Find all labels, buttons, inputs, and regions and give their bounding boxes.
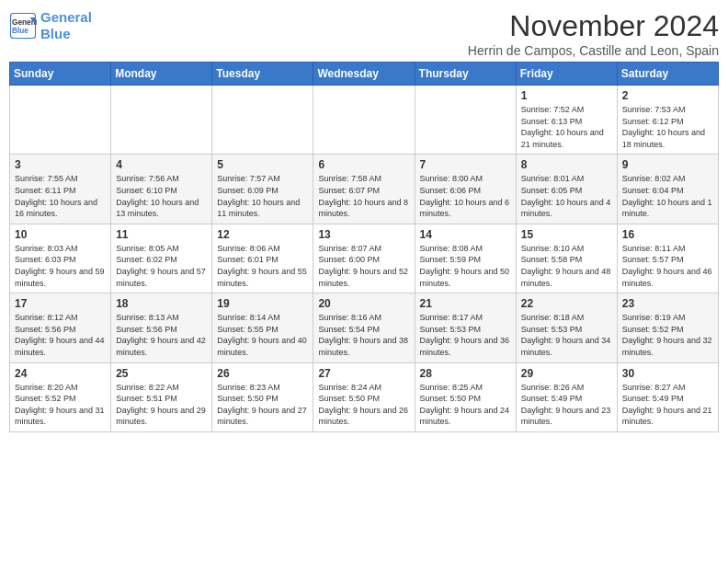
calendar-cell: 10Sunrise: 8:03 AM Sunset: 6:03 PM Dayli… xyxy=(10,224,111,293)
calendar-cell xyxy=(415,86,516,155)
day-info: Sunrise: 7:52 AM Sunset: 6:13 PM Dayligh… xyxy=(521,104,612,150)
day-number: 28 xyxy=(420,367,511,380)
calendar-cell: 1Sunrise: 7:52 AM Sunset: 6:13 PM Daylig… xyxy=(516,86,617,155)
calendar-cell: 29Sunrise: 8:26 AM Sunset: 5:49 PM Dayli… xyxy=(516,362,617,431)
svg-text:Blue: Blue xyxy=(12,27,28,35)
calendar-cell: 20Sunrise: 8:16 AM Sunset: 5:54 PM Dayli… xyxy=(313,293,415,362)
calendar-cell xyxy=(111,86,212,155)
day-number: 29 xyxy=(521,367,612,380)
day-header-monday: Monday xyxy=(111,63,212,86)
day-info: Sunrise: 8:01 AM Sunset: 6:05 PM Dayligh… xyxy=(521,173,612,219)
day-number: 5 xyxy=(217,158,308,171)
calendar-cell: 28Sunrise: 8:25 AM Sunset: 5:50 PM Dayli… xyxy=(415,362,516,431)
calendar-cell: 2Sunrise: 7:53 AM Sunset: 6:12 PM Daylig… xyxy=(617,86,718,155)
day-header-thursday: Thursday xyxy=(415,63,516,86)
day-number: 30 xyxy=(622,367,713,380)
day-info: Sunrise: 8:27 AM Sunset: 5:49 PM Dayligh… xyxy=(622,382,713,428)
day-number: 27 xyxy=(318,367,409,380)
calendar-cell xyxy=(10,86,111,155)
calendar-cell: 15Sunrise: 8:10 AM Sunset: 5:58 PM Dayli… xyxy=(516,224,617,293)
day-info: Sunrise: 8:26 AM Sunset: 5:49 PM Dayligh… xyxy=(521,382,612,428)
calendar-cell: 14Sunrise: 8:08 AM Sunset: 5:59 PM Dayli… xyxy=(415,224,516,293)
day-number: 10 xyxy=(15,228,106,241)
calendar-cell: 8Sunrise: 8:01 AM Sunset: 6:05 PM Daylig… xyxy=(516,155,617,224)
day-info: Sunrise: 8:06 AM Sunset: 6:01 PM Dayligh… xyxy=(217,243,308,289)
day-number: 11 xyxy=(116,228,207,241)
logo-icon: General Blue xyxy=(9,12,37,40)
day-info: Sunrise: 8:25 AM Sunset: 5:50 PM Dayligh… xyxy=(420,382,511,428)
calendar-cell: 4Sunrise: 7:56 AM Sunset: 6:10 PM Daylig… xyxy=(111,155,212,224)
calendar-cell: 11Sunrise: 8:05 AM Sunset: 6:02 PM Dayli… xyxy=(111,224,212,293)
calendar-cell: 9Sunrise: 8:02 AM Sunset: 6:04 PM Daylig… xyxy=(617,155,718,224)
calendar-cell: 27Sunrise: 8:24 AM Sunset: 5:50 PM Dayli… xyxy=(313,362,415,431)
day-info: Sunrise: 7:58 AM Sunset: 6:07 PM Dayligh… xyxy=(318,173,409,219)
day-number: 12 xyxy=(217,228,308,241)
day-number: 14 xyxy=(420,228,511,241)
calendar-cell xyxy=(212,86,313,155)
day-info: Sunrise: 8:22 AM Sunset: 5:51 PM Dayligh… xyxy=(116,382,207,428)
calendar-week-5: 24Sunrise: 8:20 AM Sunset: 5:52 PM Dayli… xyxy=(10,362,719,431)
day-number: 20 xyxy=(318,297,409,310)
day-number: 24 xyxy=(15,367,106,380)
day-number: 21 xyxy=(420,297,511,310)
calendar-table: SundayMondayTuesdayWednesdayThursdayFrid… xyxy=(9,62,719,432)
day-info: Sunrise: 7:55 AM Sunset: 6:11 PM Dayligh… xyxy=(15,173,106,219)
calendar-cell: 3Sunrise: 7:55 AM Sunset: 6:11 PM Daylig… xyxy=(10,155,111,224)
calendar-cell: 21Sunrise: 8:17 AM Sunset: 5:53 PM Dayli… xyxy=(415,293,516,362)
calendar-header-row: SundayMondayTuesdayWednesdayThursdayFrid… xyxy=(10,63,719,86)
calendar-cell: 17Sunrise: 8:12 AM Sunset: 5:56 PM Dayli… xyxy=(10,293,111,362)
day-info: Sunrise: 7:57 AM Sunset: 6:09 PM Dayligh… xyxy=(217,173,308,219)
day-number: 15 xyxy=(521,228,612,241)
day-info: Sunrise: 8:17 AM Sunset: 5:53 PM Dayligh… xyxy=(420,312,511,358)
day-info: Sunrise: 8:02 AM Sunset: 6:04 PM Dayligh… xyxy=(622,173,713,219)
calendar-cell: 18Sunrise: 8:13 AM Sunset: 5:56 PM Dayli… xyxy=(111,293,212,362)
day-info: Sunrise: 8:10 AM Sunset: 5:58 PM Dayligh… xyxy=(521,243,612,289)
day-info: Sunrise: 8:13 AM Sunset: 5:56 PM Dayligh… xyxy=(116,312,207,358)
calendar-cell: 22Sunrise: 8:18 AM Sunset: 5:53 PM Dayli… xyxy=(516,293,617,362)
day-number: 6 xyxy=(318,158,409,171)
day-info: Sunrise: 8:00 AM Sunset: 6:06 PM Dayligh… xyxy=(420,173,511,219)
calendar-cell: 7Sunrise: 8:00 AM Sunset: 6:06 PM Daylig… xyxy=(415,155,516,224)
calendar-week-3: 10Sunrise: 8:03 AM Sunset: 6:03 PM Dayli… xyxy=(10,224,719,293)
calendar-cell: 5Sunrise: 7:57 AM Sunset: 6:09 PM Daylig… xyxy=(212,155,313,224)
day-info: Sunrise: 8:18 AM Sunset: 5:53 PM Dayligh… xyxy=(521,312,612,358)
day-info: Sunrise: 8:23 AM Sunset: 5:50 PM Dayligh… xyxy=(217,382,308,428)
day-info: Sunrise: 8:12 AM Sunset: 5:56 PM Dayligh… xyxy=(15,312,106,358)
day-number: 13 xyxy=(318,228,409,241)
day-number: 18 xyxy=(116,297,207,310)
day-number: 19 xyxy=(217,297,308,310)
day-number: 25 xyxy=(116,367,207,380)
logo: General Blue General Blue xyxy=(9,9,92,42)
day-info: Sunrise: 8:07 AM Sunset: 6:00 PM Dayligh… xyxy=(318,243,409,289)
day-number: 26 xyxy=(217,367,308,380)
day-header-sunday: Sunday xyxy=(10,63,111,86)
calendar-cell: 30Sunrise: 8:27 AM Sunset: 5:49 PM Dayli… xyxy=(617,362,718,431)
logo-line1: General xyxy=(40,9,92,25)
day-info: Sunrise: 7:56 AM Sunset: 6:10 PM Dayligh… xyxy=(116,173,207,219)
day-number: 3 xyxy=(15,158,106,171)
day-info: Sunrise: 8:08 AM Sunset: 5:59 PM Dayligh… xyxy=(420,243,511,289)
day-number: 22 xyxy=(521,297,612,310)
day-number: 2 xyxy=(622,89,713,102)
calendar-week-1: 1Sunrise: 7:52 AM Sunset: 6:13 PM Daylig… xyxy=(10,86,719,155)
title-block: November 2024 Herrin de Campos, Castille… xyxy=(468,9,719,58)
logo-text: General Blue xyxy=(40,9,92,42)
calendar-week-2: 3Sunrise: 7:55 AM Sunset: 6:11 PM Daylig… xyxy=(10,155,719,224)
calendar-cell: 13Sunrise: 8:07 AM Sunset: 6:00 PM Dayli… xyxy=(313,224,415,293)
day-info: Sunrise: 8:20 AM Sunset: 5:52 PM Dayligh… xyxy=(15,382,106,428)
calendar-cell: 25Sunrise: 8:22 AM Sunset: 5:51 PM Dayli… xyxy=(111,362,212,431)
day-info: Sunrise: 8:05 AM Sunset: 6:02 PM Dayligh… xyxy=(116,243,207,289)
logo-line2: Blue xyxy=(40,26,71,41)
calendar-cell: 6Sunrise: 7:58 AM Sunset: 6:07 PM Daylig… xyxy=(313,155,415,224)
calendar-week-4: 17Sunrise: 8:12 AM Sunset: 5:56 PM Dayli… xyxy=(10,293,719,362)
day-info: Sunrise: 7:53 AM Sunset: 6:12 PM Dayligh… xyxy=(622,104,713,150)
day-number: 9 xyxy=(622,158,713,171)
calendar-cell: 24Sunrise: 8:20 AM Sunset: 5:52 PM Dayli… xyxy=(10,362,111,431)
day-info: Sunrise: 8:14 AM Sunset: 5:55 PM Dayligh… xyxy=(217,312,308,358)
day-number: 16 xyxy=(622,228,713,241)
day-header-wednesday: Wednesday xyxy=(313,63,415,86)
calendar-cell: 26Sunrise: 8:23 AM Sunset: 5:50 PM Dayli… xyxy=(212,362,313,431)
calendar-cell: 16Sunrise: 8:11 AM Sunset: 5:57 PM Dayli… xyxy=(617,224,718,293)
calendar-cell: 23Sunrise: 8:19 AM Sunset: 5:52 PM Dayli… xyxy=(617,293,718,362)
day-info: Sunrise: 8:19 AM Sunset: 5:52 PM Dayligh… xyxy=(622,312,713,358)
